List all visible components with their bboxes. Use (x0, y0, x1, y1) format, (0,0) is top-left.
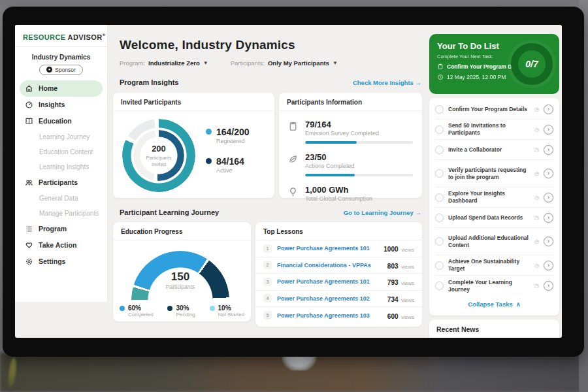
clock-icon: ◷ (534, 127, 539, 133)
lesson-row[interactable]: 2 Financial Considerations - VPPAs 803 v… (255, 257, 422, 274)
chevron-down-icon: ▼ (203, 60, 208, 66)
todo-progress-ring: 0/7 (511, 43, 553, 85)
sponsor-badge[interactable]: ●Sponsor (39, 65, 83, 75)
lesson-title-link[interactable]: Power Purchase Agreements 103 (277, 312, 387, 319)
legend-value: 60% (128, 304, 154, 312)
task-label: Upload Spend Data Records (448, 214, 530, 221)
task-row[interactable]: Upload Additional Educational Content ◷ … (435, 228, 553, 255)
app-logo[interactable]: RESOURCE ADVISOR+ (15, 25, 107, 47)
task-checkbox[interactable] (435, 237, 444, 246)
filters-row: Program: Industrialize Zero ▼ Participan… (120, 59, 338, 67)
legend-dot (206, 129, 212, 135)
sidebar-item-settings[interactable]: Settings (15, 253, 107, 270)
lesson-rank: 5 (263, 311, 272, 319)
sidebar-item-education-content[interactable]: Education Content (15, 144, 107, 159)
todo-progress-value: 0/7 (525, 59, 538, 69)
clock-icon: ◷ (534, 283, 539, 289)
sidebar-item-participants[interactable]: Participants (15, 174, 107, 191)
program-value: Industrialize Zero (148, 59, 200, 67)
legend-item: 164/200Registered (206, 127, 250, 144)
participants-value: Only My Participants (268, 59, 329, 67)
lesson-row[interactable]: 5 Power Purchase Agreements 103 600 view… (255, 307, 422, 324)
sidebar-item-learning-journey[interactable]: Learning Journey (15, 129, 107, 144)
chevron-right-button[interactable]: › (544, 237, 553, 246)
lesson-title-link[interactable]: Financial Considerations - VPPAs (277, 262, 387, 269)
lesson-views: 793 (387, 279, 399, 286)
gauge-center: 150 Participants (131, 270, 229, 290)
chevron-right-button[interactable]: › (544, 105, 553, 114)
invited-participants-card: Invited Participants 200 Participants In… (113, 93, 274, 198)
task-label: Upload Additional Educational Content (448, 235, 530, 248)
sidebar-item-home[interactable]: Home (20, 80, 103, 97)
program-dropdown[interactable]: Program: Industrialize Zero ▼ (120, 59, 208, 67)
task-checkbox[interactable] (435, 261, 444, 270)
legend-item: 30%Pending (167, 304, 195, 318)
task-row[interactable]: Confirm Your Program Details ◷ › (435, 99, 553, 120)
go-to-learning-journey-link[interactable]: Go to Learning Journey → (344, 209, 421, 216)
chevron-down-icon: ▼ (333, 60, 338, 66)
check-more-insights-link[interactable]: Check More Insights → (353, 79, 421, 86)
participants-information-card: Participants Information 79/164 Emission… (279, 93, 422, 198)
collapse-tasks-link[interactable]: Collapse Tasks∧ (429, 296, 559, 312)
participants-dropdown[interactable]: Participants: Only My Participants ▼ (231, 59, 338, 67)
task-row[interactable]: Explore Your Insights Dashboard ◷ › (435, 188, 553, 208)
participants-label: Participants: (231, 59, 265, 67)
lesson-title-link[interactable]: Power Purchase Agreements 101 (277, 278, 387, 285)
sidebar-item-program[interactable]: Program (15, 221, 107, 237)
task-row[interactable]: Upload Spend Data Records ◷ › (435, 208, 553, 228)
org-name: Industry Dynamics (15, 54, 107, 61)
task-label: Confirm Your Program Details (448, 106, 530, 113)
sidebar-item-insights[interactable]: Insights (15, 97, 107, 113)
chevron-right-button[interactable]: › (544, 281, 553, 291)
clock-icon: ◷ (534, 195, 539, 201)
task-row[interactable]: Send 50 Invitations to Participants ◷ › (435, 120, 553, 140)
legend-dot (167, 306, 172, 311)
sidebar-nav: Home Insights Education Learning Journey… (15, 80, 107, 270)
task-row[interactable]: Verify participants requesting to join t… (435, 160, 553, 188)
recent-news-card: Recent News (429, 319, 559, 338)
legend-value: 84/164 (216, 156, 244, 167)
leaf-icon (288, 154, 298, 164)
card-title: Top Lessons (255, 222, 422, 240)
sidebar-item-take-action[interactable]: Take Action (15, 237, 107, 253)
task-checkbox[interactable] (435, 105, 444, 114)
sidebar-item-learning-insights[interactable]: Learning Insights (15, 159, 107, 174)
section-title: Participant Learning Journey (120, 208, 219, 216)
chevron-right-button[interactable]: › (544, 213, 553, 223)
lesson-views-suffix: views (401, 297, 414, 303)
task-checkbox[interactable] (435, 193, 444, 202)
task-checkbox[interactable] (435, 169, 444, 178)
donut-label: Participants Invited (146, 155, 171, 167)
sponsor-label: Sponsor (55, 67, 76, 73)
home-icon (24, 84, 33, 93)
chevron-right-button[interactable]: › (544, 145, 553, 155)
chevron-right-button[interactable]: › (544, 261, 553, 270)
lesson-row[interactable]: 1 Power Purchase Agreements 101 1000 vie… (255, 240, 422, 257)
legend-label: Not Started (218, 312, 244, 318)
task-row[interactable]: Complete Your Learning Journey ◷ › (435, 276, 553, 296)
task-row[interactable]: Invite a Collaborator ◷ › (435, 140, 553, 160)
lesson-row[interactable]: 4 Power Purchase Agreements 102 734 view… (255, 291, 422, 308)
todo-due-label: 12 May 2025, 12:00 PM (447, 74, 506, 80)
progress-bar (305, 174, 413, 176)
sidebar-item-general-data[interactable]: General Data (15, 191, 107, 206)
chevron-right-button[interactable]: › (544, 169, 553, 178)
chevron-right-button[interactable]: › (544, 125, 553, 135)
task-checkbox[interactable] (435, 146, 444, 154)
task-checkbox[interactable] (435, 125, 444, 134)
lesson-title-link[interactable]: Power Purchase Agreements 102 (277, 295, 387, 302)
task-label: Achieve One Sustainability Target (448, 258, 530, 272)
task-label: Invite a Collaborator (448, 146, 530, 154)
sidebar-item-manage-participants[interactable]: Manage Participants (15, 206, 107, 221)
clock-icon: ◷ (534, 215, 539, 221)
chevron-right-button[interactable]: › (544, 193, 553, 203)
legend-dot (120, 306, 125, 311)
gauge-legend: 60%Completed 30%Pending 10%Not Started (120, 304, 244, 318)
sidebar-item-education[interactable]: Education (15, 113, 107, 129)
task-row[interactable]: Achieve One Sustainability Target ◷ › (435, 255, 553, 276)
task-checkbox[interactable] (435, 214, 444, 222)
task-checkbox[interactable] (435, 282, 444, 290)
clock-icon: ◷ (534, 147, 539, 153)
lesson-title-link[interactable]: Power Purchase Agreements 101 (277, 245, 384, 252)
lesson-row[interactable]: 3 Power Purchase Agreements 101 793 view… (255, 274, 422, 291)
